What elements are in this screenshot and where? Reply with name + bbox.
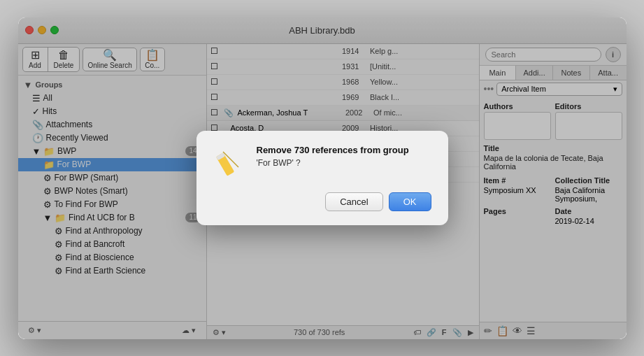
dialog-buttons: Cancel OK — [213, 192, 431, 211]
dialog: Remove 730 references from group 'For BW… — [196, 131, 448, 225]
dialog-text: Remove 730 references from group 'For BW… — [257, 145, 409, 168]
main-window: ABH Library.bdb ⊞ Add 🗑 Delete 🔍 — [18, 17, 627, 339]
dialog-body-text: 'For BWP' ? — [257, 158, 409, 168]
ok-button[interactable]: OK — [389, 192, 431, 211]
dialog-body: Remove 730 references from group 'For BW… — [213, 145, 431, 178]
dialog-pencil-icon — [213, 145, 247, 178]
dialog-title: Remove 730 references from group — [257, 145, 409, 155]
dialog-overlay: Remove 730 references from group 'For BW… — [18, 17, 627, 339]
cancel-button[interactable]: Cancel — [325, 192, 382, 211]
